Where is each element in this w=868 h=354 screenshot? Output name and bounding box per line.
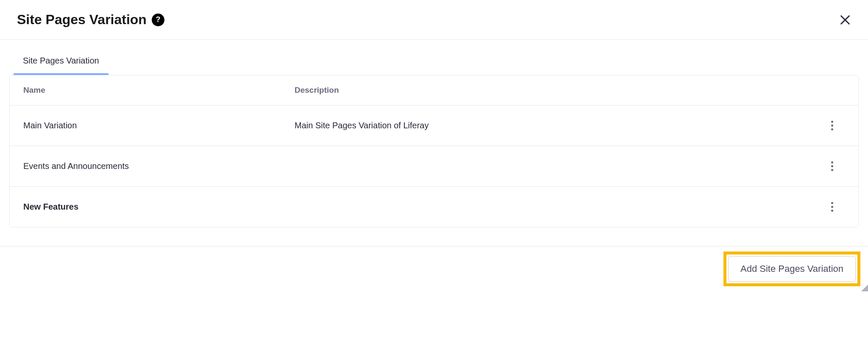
kebab-icon <box>829 199 836 214</box>
column-header-description[interactable]: Description <box>295 86 819 95</box>
modal-footer: Add Site Pages Variation <box>0 246 868 291</box>
tabs: Site Pages Variation <box>9 48 859 75</box>
row-name: New Features <box>23 202 295 212</box>
table-row[interactable]: New Features <box>10 187 858 227</box>
page-title: Site Pages Variation <box>17 12 147 28</box>
header-left: Site Pages Variation ? <box>17 12 164 28</box>
row-actions-menu[interactable] <box>819 159 845 174</box>
row-actions-menu[interactable] <box>819 199 845 214</box>
table-row[interactable]: Main Variation Main Site Pages Variation… <box>10 105 858 146</box>
highlight-box: Add Site Pages Variation <box>723 252 860 286</box>
column-header-actions <box>819 86 845 95</box>
column-header-name[interactable]: Name <box>23 86 295 95</box>
close-icon[interactable] <box>839 14 851 26</box>
kebab-icon <box>829 118 836 133</box>
row-name: Main Variation <box>23 121 295 130</box>
row-description: Main Site Pages Variation of Liferay <box>295 121 819 130</box>
help-icon[interactable]: ? <box>152 14 164 26</box>
kebab-icon <box>829 159 836 174</box>
content-area: Site Pages Variation Name Description Ma… <box>0 48 868 227</box>
add-site-pages-variation-button[interactable]: Add Site Pages Variation <box>728 256 856 282</box>
row-name: Events and Announcements <box>23 161 295 171</box>
tab-site-pages-variation[interactable]: Site Pages Variation <box>14 48 108 75</box>
modal-header: Site Pages Variation ? <box>0 0 868 40</box>
table-header-row: Name Description <box>10 75 858 105</box>
table-row[interactable]: Events and Announcements <box>10 146 858 187</box>
row-actions-menu[interactable] <box>819 118 845 133</box>
variations-table: Name Description Main Variation Main Sit… <box>9 75 859 227</box>
resize-handle-icon[interactable] <box>861 285 868 291</box>
